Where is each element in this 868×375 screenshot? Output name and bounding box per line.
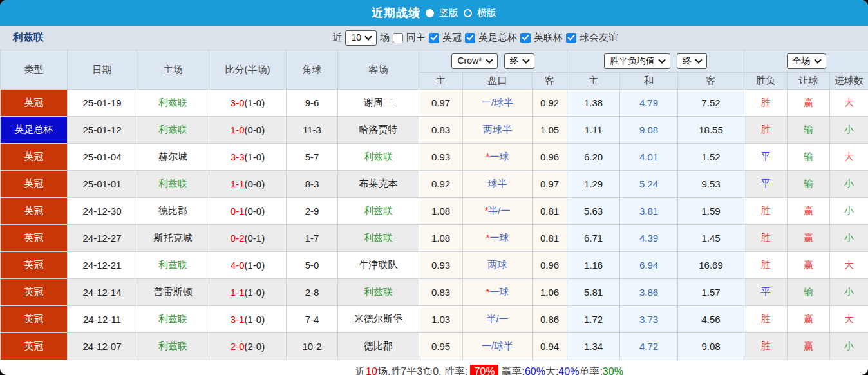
odds-home-cell: 1.03 <box>419 306 463 333</box>
odds-away-cell: 0.94 <box>533 333 567 360</box>
date-cell: 25-01-04 <box>68 144 137 171</box>
league-type-cell: 英冠 <box>1 90 68 117</box>
odds-away-cell: 0.96 <box>533 144 567 171</box>
vertical-layout-label[interactable]: 竖版 <box>439 7 458 19</box>
odds-away-cell: 0.96 <box>533 252 567 279</box>
date-cell: 24-12-27 <box>68 225 137 252</box>
col-header-away: 客场 <box>338 50 419 90</box>
avg-home-cell: 1.16 <box>567 252 620 279</box>
goals-result-cell: 小 <box>830 117 868 144</box>
same-home-label[interactable]: 同主 <box>406 32 426 44</box>
score-cell: 1-0(0-0) <box>209 117 287 144</box>
league-type-cell: 英冠 <box>1 333 68 360</box>
summary-part: 70% <box>470 365 498 375</box>
odds-away-cell: 0.86 <box>533 306 567 333</box>
home-team-cell: 利兹联 <box>137 306 209 333</box>
odds-stage-select[interactable]: 终 <box>504 53 534 69</box>
home-team-cell: 普雷斯顿 <box>137 279 209 306</box>
handicap-result-cell: 赢 <box>788 90 830 117</box>
score-cell: 3-0(1-0) <box>209 90 287 117</box>
corner-cell: 10-2 <box>287 333 338 360</box>
summary-part: 60% <box>525 366 545 375</box>
wdl-result-cell: 胜 <box>744 306 788 333</box>
panel-header: 近期战绩 竖版 横版 <box>0 0 868 26</box>
summary-part: 单率: <box>579 365 602 375</box>
championship-checkbox[interactable] <box>429 33 439 43</box>
fa-cup-label[interactable]: 英足总杯 <box>478 32 517 44</box>
avg-away-cell: 1.45 <box>678 225 744 252</box>
near-label: 近 <box>332 32 342 44</box>
odds-home-cell: 1.08 <box>419 198 463 225</box>
recent-results-panel: 近期战绩 竖版 横版 利兹联 近 10 场 同主 英冠 英足总杯 英联杯 球会友… <box>0 0 868 375</box>
avg-draw-cell: 4.79 <box>620 90 678 117</box>
summary-part: 30% <box>603 366 623 375</box>
championship-label[interactable]: 英冠 <box>442 32 462 44</box>
league-cup-label[interactable]: 英联杯 <box>534 32 563 44</box>
wdl-result-cell: 平 <box>744 144 788 171</box>
home-team-cell: 赫尔城 <box>137 144 209 171</box>
score-cell: 0-2(0-1) <box>209 225 287 252</box>
sub-header-avg-draw: 和 <box>620 73 678 90</box>
scope-select[interactable]: 全场 <box>787 53 826 69</box>
avg-home-cell: 1.11 <box>567 117 620 144</box>
wdl-result-cell: 胜 <box>744 252 788 279</box>
corner-cell: 5-0 <box>287 252 338 279</box>
horizontal-layout-radio[interactable] <box>464 9 472 17</box>
handicap-result-cell: 输 <box>788 117 830 144</box>
avg-away-cell: 7.52 <box>678 90 744 117</box>
avg-home-cell: 6.71 <box>567 225 620 252</box>
fa-cup-checkbox[interactable] <box>465 33 475 43</box>
away-team-cell: 牛津联队 <box>338 252 419 279</box>
avg-type-select[interactable]: 胜平负均值 <box>604 53 670 69</box>
vertical-layout-radio[interactable] <box>426 9 434 17</box>
summary-part: 场,胜7平3负0, 胜率: <box>377 365 467 375</box>
handicap-result-cell: 输 <box>788 171 830 198</box>
match-row: 英冠25-01-01利兹联1-1(0-0)8-3布莱克本0.92球半0.971.… <box>1 171 868 198</box>
league-type-cell: 英冠 <box>1 144 68 171</box>
odds-home-cell: 0.93 <box>419 144 463 171</box>
sub-header-wdl: 胜负 <box>744 73 788 90</box>
horizontal-layout-label[interactable]: 横版 <box>477 7 496 19</box>
handicap-cell: 一/球半 <box>463 90 533 117</box>
avg-stage-select[interactable]: 终 <box>677 53 707 69</box>
result-group-header: 全场 <box>744 50 868 73</box>
avg-home-cell: 1.38 <box>567 90 620 117</box>
filter-controls: 近 10 场 同主 英冠 英足总杯 英联杯 球会友谊 <box>332 30 618 46</box>
friendly-checkbox[interactable] <box>566 33 576 43</box>
handicap-result-cell: 赢 <box>788 333 830 360</box>
friendly-label[interactable]: 球会友谊 <box>580 32 618 44</box>
same-home-checkbox[interactable] <box>393 33 403 43</box>
away-team-cell: 布莱克本 <box>338 171 419 198</box>
score-cell: 2-0(2-0) <box>209 333 287 360</box>
col-header-date: 日期 <box>68 50 137 90</box>
sub-header-handicap-result: 让球 <box>788 73 830 90</box>
handicap-cell: 两球半 <box>463 117 533 144</box>
team-name: 利兹联 <box>13 31 44 44</box>
league-type-cell: 英冠 <box>1 306 68 333</box>
avg-home-cell: 1.34 <box>567 333 620 360</box>
avg-group-header: 胜平负均值 终 <box>567 50 744 73</box>
odds-company-select[interactable]: Crow* <box>451 53 497 69</box>
panel-title: 近期战绩 <box>372 5 420 21</box>
league-type-cell: 英冠 <box>1 198 68 225</box>
match-count-select[interactable]: 10 <box>345 30 377 46</box>
corner-cell: 1-7 <box>287 225 338 252</box>
match-row: 英冠25-01-19利兹联3-0(1-0)9-6谢周三0.97一/球半0.921… <box>1 90 868 117</box>
match-row: 英冠25-01-04赫尔城3-3(1-0)5-7利兹联0.93*一球0.966.… <box>1 144 868 171</box>
summary-line: 近10场,胜7平3负0, 胜率:70% 赢率:60% 大:40% 单率:30% <box>0 360 868 375</box>
handicap-result-cell: 赢 <box>788 252 830 279</box>
sub-header-handicap: 盘口 <box>463 73 533 90</box>
avg-home-cell: 1.72 <box>567 306 620 333</box>
corner-cell: 5-7 <box>287 144 338 171</box>
odds-home-cell: 0.83 <box>419 279 463 306</box>
goals-result-cell: 大 <box>830 252 868 279</box>
league-cup-checkbox[interactable] <box>520 33 531 43</box>
home-team-cell: 斯托克城 <box>137 225 209 252</box>
handicap-cell: 球半 <box>463 171 533 198</box>
goals-result-cell: 大 <box>830 90 868 117</box>
handicap-cell: *一球 <box>463 225 533 252</box>
summary-part: 赢率: <box>501 365 524 375</box>
matches-label: 场 <box>380 32 390 44</box>
away-team-cell[interactable]: 米德尔斯堡 <box>338 306 419 333</box>
avg-away-cell: 1.57 <box>678 279 744 306</box>
